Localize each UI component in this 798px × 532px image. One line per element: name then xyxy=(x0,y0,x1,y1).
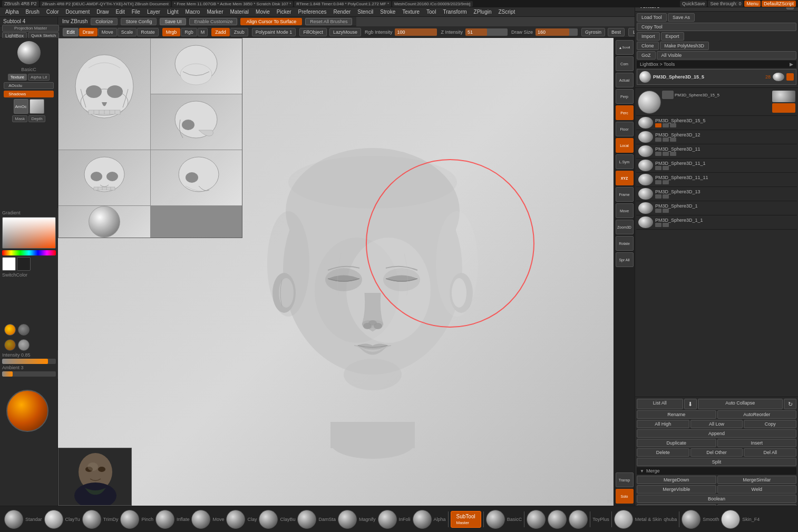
copy-tool-btn[interactable]: Copy Tool xyxy=(637,23,796,31)
subtool-icon-10[interactable] xyxy=(655,166,661,170)
auto-collapse-arrow[interactable]: ↻ xyxy=(784,399,796,409)
brush-preset-damsta[interactable] xyxy=(297,510,316,529)
ambient-slider[interactable] xyxy=(2,371,56,377)
hue-bar[interactable] xyxy=(2,250,56,255)
load-tool-btn[interactable]: Load Tool xyxy=(637,13,667,22)
light-icon-3[interactable] xyxy=(4,339,16,351)
all-visible-btn[interactable]: All Visible xyxy=(657,51,796,60)
zsub-btn[interactable]: Zsub xyxy=(230,28,248,36)
perc-btn[interactable]: Perc xyxy=(616,105,634,120)
default-script-btn[interactable]: DefaultZScript xyxy=(762,1,796,7)
menu-tool[interactable]: Tool xyxy=(423,8,439,16)
lightbox-tools-btn[interactable]: LightBox > Tools ▶ xyxy=(637,61,796,68)
menu-color[interactable]: Color xyxy=(43,8,62,16)
brush-preset-ort[interactable] xyxy=(569,510,588,529)
aoc-icon[interactable]: AmOc xyxy=(14,99,28,114)
menu-zplugin[interactable]: ZPlugin xyxy=(471,8,495,16)
brush-preset-clay[interactable] xyxy=(226,510,245,529)
menu-btn[interactable]: Menu xyxy=(744,1,761,7)
shadows-btn[interactable]: Shadows xyxy=(4,91,54,97)
list-all-arrow[interactable]: ⬇ xyxy=(684,399,697,409)
all-low-btn[interactable]: All Low xyxy=(690,420,743,428)
menu-draw[interactable]: Draw xyxy=(93,8,112,16)
menu-macro[interactable]: Macro xyxy=(182,8,203,16)
move-btn[interactable]: Move xyxy=(98,28,117,36)
subtool-icon-14[interactable] xyxy=(655,194,661,199)
menu-brush[interactable]: Brush xyxy=(23,8,43,16)
merge-section-header[interactable]: ▼ Merge xyxy=(637,467,796,475)
scroll-up-btn[interactable]: ▲Scroll xyxy=(616,40,634,55)
all-high-btn[interactable]: All High xyxy=(637,420,689,428)
menu-texture[interactable]: Texture xyxy=(399,8,423,16)
subtool-icon-11[interactable] xyxy=(663,166,669,170)
z-intensity-slider[interactable]: 51 xyxy=(465,28,508,36)
import-btn[interactable]: Import xyxy=(637,32,660,41)
subtool-icon-1[interactable] xyxy=(655,123,661,127)
make-polymesh-btn[interactable]: Make PolyMesh3D xyxy=(660,42,709,50)
menu-stroke[interactable]: Stroke xyxy=(377,8,398,16)
transp-btn[interactable]: Transp xyxy=(616,472,634,487)
save-as-btn[interactable]: Save As xyxy=(668,13,695,22)
menu-material[interactable]: Material xyxy=(227,8,252,16)
rename-btn[interactable]: Rename xyxy=(637,410,716,419)
sym-btn[interactable]: L.Sym xyxy=(616,154,634,169)
light-icon-4[interactable] xyxy=(18,339,30,351)
copy-btn[interactable]: Copy xyxy=(744,420,796,428)
duplicate-btn[interactable]: Duplicate xyxy=(637,439,716,447)
merge-down-btn[interactable]: MergeDown xyxy=(637,476,716,484)
save-ui-btn[interactable]: Save UI xyxy=(160,18,186,25)
zoom3d-btn[interactable]: Zoom3D xyxy=(616,220,634,234)
del-all-btn[interactable]: Del All xyxy=(744,448,796,457)
color-gradient-picker[interactable] xyxy=(2,217,56,249)
black-swatch[interactable] xyxy=(17,257,31,271)
brush-preset-inflate[interactable] xyxy=(155,510,174,529)
frame-btn[interactable]: Frame xyxy=(616,187,634,202)
list-all-btn[interactable]: List All xyxy=(637,399,683,409)
menu-render[interactable]: Render xyxy=(330,8,354,16)
align-cursor-btn[interactable]: Align Cursor To Surface xyxy=(240,18,302,25)
rotate-btn[interactable]: Rotate xyxy=(137,28,159,36)
subtool-icon-8[interactable] xyxy=(663,152,669,156)
preview-sphere-1[interactable] xyxy=(638,91,661,114)
preview-thumb-1[interactable] xyxy=(662,91,674,99)
subtool-row-2[interactable]: PM3D_Sphere3D_12 xyxy=(636,130,797,144)
light-icon-1[interactable] xyxy=(4,324,16,336)
insert-btn[interactable]: Insert xyxy=(717,439,797,447)
subtool-icon-17[interactable] xyxy=(663,209,669,213)
brush-preset-alpha[interactable] xyxy=(413,510,432,529)
subtool-icon-2[interactable] xyxy=(663,123,669,127)
scale-btn[interactable]: Scale xyxy=(118,28,137,36)
see-through-btn[interactable]: See through: 0 xyxy=(708,1,743,7)
menu-light[interactable]: Light xyxy=(164,8,182,16)
subtool-row-3[interactable]: PM3D_Sphere3D_11 xyxy=(636,144,797,159)
quicksave-btn[interactable]: QuickSave xyxy=(680,1,707,7)
subtool-list[interactable]: PM3D_Sphere3D_15_5 PM3D_Sphere3D_15_5 xyxy=(635,88,798,397)
subtool-icon-19[interactable] xyxy=(663,223,669,227)
subtool-icon-7[interactable] xyxy=(655,152,661,156)
menu-document[interactable]: Document xyxy=(63,8,93,16)
menu-alpha[interactable]: Alpha xyxy=(2,8,22,16)
preview-sphere-poly[interactable] xyxy=(772,91,795,102)
subtool-icon-15[interactable] xyxy=(663,194,669,199)
menu-edit[interactable]: Edit xyxy=(113,8,128,16)
brush-preset-magnify[interactable] xyxy=(338,510,357,529)
brush-preset-zmodel[interactable] xyxy=(527,510,546,529)
move-vert-btn[interactable]: Move xyxy=(616,203,634,218)
subtool-icon-12[interactable] xyxy=(655,180,661,184)
weld-btn[interactable]: Weld xyxy=(717,485,797,494)
menu-movie[interactable]: Movie xyxy=(252,8,273,16)
best-btn[interactable]: Best xyxy=(608,28,625,36)
subtool-master-btn[interactable]: SubTool Master xyxy=(451,511,481,528)
draw-size-slider[interactable]: 160 xyxy=(536,28,578,36)
menu-layer[interactable]: Layer xyxy=(144,8,163,16)
brush-preset-claytu[interactable] xyxy=(44,510,63,529)
subtool-icon-9[interactable] xyxy=(670,152,676,156)
subtool-row-7[interactable]: PM3D_Sphere3D_1 xyxy=(636,201,797,215)
clone-btn[interactable]: Clone xyxy=(637,42,659,50)
solo-btn[interactable]: Solo xyxy=(616,489,634,504)
m-only-btn[interactable]: M xyxy=(198,28,208,36)
subtool-row-5[interactable]: PM3D_Sphere3D_11_11 xyxy=(636,173,797,187)
lazy-mouse-btn[interactable]: LazyMouse xyxy=(329,28,361,36)
menu-transform[interactable]: Transform xyxy=(440,8,470,16)
menu-picker[interactable]: Picker xyxy=(274,8,295,16)
